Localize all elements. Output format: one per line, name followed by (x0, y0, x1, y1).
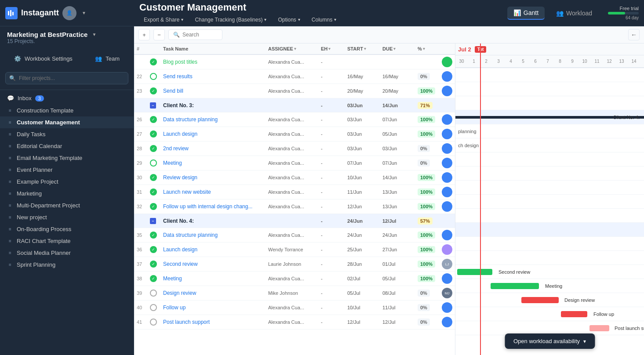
percent-badge: 0% (418, 319, 430, 326)
status-icon (150, 159, 157, 167)
status-icon: ✓ (150, 130, 157, 138)
svg-rect-0 (8, 11, 9, 15)
gantt-row: Client No. 4: (455, 110, 644, 124)
col-percent: % ▾ (415, 43, 439, 54)
sidebar-item-example-project[interactable]: ≡ Example Project (0, 176, 134, 188)
tab-workload[interactable]: 👥 Workload (550, 7, 598, 19)
gantt-day: 2 (480, 59, 492, 64)
search-icon: 🔍 (173, 32, 180, 38)
sidebar-item-social-media[interactable]: ≡ Social Media Planner (0, 247, 134, 259)
sidebar-item-workbook-settings[interactable]: ⚙️ Workbook Settings (7, 52, 80, 65)
gantt-row (455, 96, 644, 110)
sidebar-item-customer-management[interactable]: ≡ Customer Management (0, 116, 134, 128)
filter-input[interactable] (5, 72, 128, 84)
gantt-day: 8 (554, 59, 566, 64)
svg-rect-2 (12, 12, 14, 15)
sidebar-item-raci-chart[interactable]: ≡ RACI Chart Template (0, 235, 134, 247)
avatar (442, 244, 452, 255)
percent-badge: 100% (418, 203, 435, 210)
table-row: 26 ✓ Data structure planning Alexandra C… (134, 112, 455, 127)
status-icon: ✓ (150, 203, 157, 210)
sidebar-item-inbox[interactable]: 💬 Inbox 3 (0, 92, 134, 105)
sidebar-item-marketing[interactable]: ≡ Marketing (0, 188, 134, 199)
sidebar-item-event-planner[interactable]: ≡ Event Planner (0, 164, 134, 176)
collapse-button[interactable]: − (153, 29, 165, 40)
gantt-bar-label: planning (458, 129, 477, 134)
gantt-row (455, 251, 644, 265)
group-row-client4[interactable]: − Client No. 4: - 24/Jun 12/Jul 57% (134, 214, 455, 228)
avatar (442, 57, 452, 67)
add-task-button[interactable]: + (138, 29, 150, 40)
workspace-name[interactable]: Marketing at BestPractice ▼ (7, 31, 127, 38)
col-task-name: Task Name (160, 43, 266, 54)
table-row: 35 ✓ Data structure planning Alexandra C… (134, 228, 455, 243)
header-actions: Export & Share ▾ Change Tracking (Baseli… (139, 15, 341, 25)
gantt-day: 7 (542, 59, 554, 64)
percent-badge: 100% (418, 232, 435, 239)
table-row: 32 ✓ Follow up with internal design chan… (134, 199, 455, 214)
list-icon: ≡ (7, 191, 13, 197)
col-status (147, 43, 160, 54)
workload-btn-arrow: ▾ (583, 338, 586, 344)
avatar (442, 71, 452, 82)
search-box: 🔍 (168, 29, 222, 40)
table-row: 22 Send results Alexandra Cua... - 16/Ma… (134, 69, 455, 84)
avatar (442, 187, 452, 197)
sidebar-item-editorial-calendar[interactable]: ≡ Editorial Calendar (0, 140, 134, 152)
group-row-client3[interactable]: − Client No. 3: - 03/Jun 14/Jun 71% (134, 98, 455, 112)
columns-button[interactable]: Columns ▾ (307, 15, 341, 25)
sidebar-item-on-boarding[interactable]: ≡ On-Boarding Process (0, 223, 134, 235)
tab-gantt[interactable]: 📊 Gantt (507, 7, 545, 20)
group-collapse-icon[interactable]: − (150, 218, 156, 224)
avatar (442, 273, 452, 284)
workload-icon: 👥 (556, 10, 564, 17)
gantt-day: 5 (517, 59, 529, 64)
gantt-bar-follow-up (561, 311, 587, 317)
sidebar-item-new-project[interactable]: ≡ New project (0, 211, 134, 223)
status-icon: ✓ (150, 275, 157, 282)
gantt-day: 14 (628, 59, 640, 64)
workspace-name-arrow[interactable]: ▼ (92, 32, 96, 37)
sidebar-item-construction-template[interactable]: ≡ Construction Template (0, 105, 134, 116)
table-header: # Task Name ASSIGNEE ▾ EH ▾ START ▾ DUE … (134, 43, 455, 55)
gantt-bar-meeting (491, 283, 539, 289)
sidebar-item-email-marketing-template[interactable]: ≡ Email Marketing Template (0, 152, 134, 164)
table-row: 41 Post launch support Alexandra Cua... … (134, 315, 455, 330)
workspace-dropdown-arrow[interactable]: ▼ (82, 11, 86, 15)
search-input[interactable] (182, 32, 218, 38)
workload-availability-button[interactable]: Open workload availability ▾ (505, 333, 595, 349)
sidebar-item-multi-department[interactable]: ≡ Multi-Department Project (0, 199, 134, 211)
options-button[interactable]: Options ▾ (273, 15, 304, 25)
status-icon (150, 73, 157, 80)
main-header: Customer Management Export & Share ▾ Cha… (139, 2, 639, 25)
list-icon: ≡ (7, 214, 13, 221)
back-nav-button[interactable]: ← (628, 29, 640, 40)
gantt-bar-label: Design review (564, 297, 595, 303)
trial-bar-bg (608, 12, 639, 14)
body-area: Marketing at BestPractice ▼ 15 Projects.… (0, 26, 644, 355)
percent-badge: 100% (418, 116, 435, 123)
group-collapse-icon[interactable]: − (150, 102, 156, 109)
header-right: 📊 Gantt 👥 Workload Free trial 64 day (507, 6, 639, 20)
export-share-button[interactable]: Export & Share ▾ (139, 15, 188, 25)
top-bar: Instagantt 👤 ▼ Customer Management Expor… (0, 0, 644, 26)
avatar (442, 230, 452, 240)
table-row: 37 ✓ Second review Laurie Johnson - 28/J… (134, 257, 455, 272)
list-icon: ≡ (7, 120, 13, 126)
gantt-day: 11 (591, 59, 603, 64)
col-avatar (439, 43, 455, 54)
gantt-row: planning (455, 124, 644, 138)
sidebar-item-sprint-planning[interactable]: ≡ Sprint Planning (0, 259, 134, 271)
change-tracking-button[interactable]: Change Tracking (Baselines) ▾ (190, 15, 271, 25)
sidebar-item-daily-tasks[interactable]: ≡ Daily Tasks (0, 128, 134, 140)
workspace-sub: 15 Projects. (7, 38, 127, 44)
table-row: 28 ✓ 2nd review Alexandra Cua... - 03/Ju… (134, 141, 455, 156)
sidebar-item-team[interactable]: 👥 Team (88, 52, 127, 65)
sidebar: Marketing at BestPractice ▼ 15 Projects.… (0, 26, 134, 355)
col-num: # (134, 43, 147, 54)
status-icon: ✓ (150, 188, 157, 196)
user-avatar[interactable]: 👤 (62, 6, 76, 20)
svg-rect-1 (10, 10, 11, 16)
list-icon: ≡ (7, 203, 13, 209)
percent-badge: 0% (418, 290, 430, 297)
